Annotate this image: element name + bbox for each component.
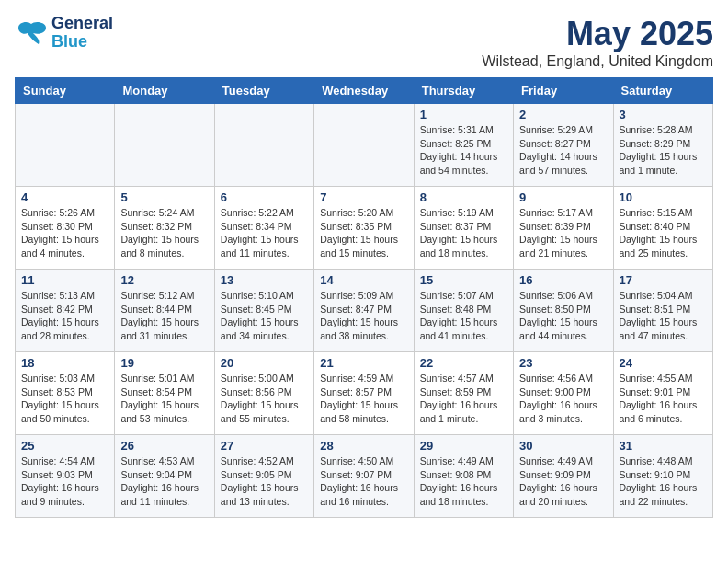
calendar-cell: 21Sunrise: 4:59 AMSunset: 8:57 PMDayligh… (314, 352, 414, 435)
calendar-cell: 4Sunrise: 5:26 AMSunset: 8:30 PMDaylight… (16, 187, 115, 270)
day-info: Sunrise: 4:48 AMSunset: 9:10 PMDaylight:… (620, 454, 707, 509)
day-info: Sunrise: 4:56 AMSunset: 9:00 PMDaylight:… (519, 372, 607, 426)
day-info: Sunrise: 5:31 AMSunset: 8:25 PMDaylight:… (420, 123, 507, 178)
day-number: 1 (420, 108, 507, 121)
calendar-cell: 26Sunrise: 4:53 AMSunset: 9:04 PMDayligh… (115, 435, 214, 518)
calendar-cell: 25Sunrise: 4:54 AMSunset: 9:03 PMDayligh… (16, 435, 115, 518)
logo-text: General Blue (51, 15, 113, 52)
calendar-cell: 3Sunrise: 5:28 AMSunset: 8:29 PMDaylight… (613, 104, 712, 187)
calendar-week-row: 4Sunrise: 5:26 AMSunset: 8:30 PMDaylight… (16, 187, 713, 270)
day-number: 17 (620, 273, 707, 287)
day-number: 3 (620, 108, 707, 121)
weekday-header-sunday: Sunday (16, 78, 115, 104)
day-info: Sunrise: 4:52 AMSunset: 9:05 PMDaylight:… (221, 454, 308, 509)
day-number: 31 (620, 439, 707, 453)
calendar-cell: 20Sunrise: 5:00 AMSunset: 8:56 PMDayligh… (214, 352, 313, 435)
calendar-cell: 1Sunrise: 5:31 AMSunset: 8:25 PMDaylight… (414, 104, 513, 187)
day-number: 13 (221, 273, 308, 287)
calendar-cell: 2Sunrise: 5:29 AMSunset: 8:27 PMDaylight… (514, 104, 613, 187)
day-info: Sunrise: 5:29 AMSunset: 8:27 PMDaylight:… (519, 123, 607, 178)
calendar-cell (314, 104, 414, 187)
day-number: 24 (620, 356, 707, 370)
calendar-cell (16, 104, 115, 187)
calendar-cell: 8Sunrise: 5:19 AMSunset: 8:37 PMDaylight… (414, 187, 513, 270)
day-info: Sunrise: 4:49 AMSunset: 9:09 PMDaylight:… (519, 454, 607, 509)
day-number: 15 (420, 273, 507, 287)
weekday-header-wednesday: Wednesday (314, 78, 414, 104)
calendar-cell: 7Sunrise: 5:20 AMSunset: 8:35 PMDaylight… (314, 187, 414, 270)
day-number: 22 (420, 356, 507, 370)
day-info: Sunrise: 4:57 AMSunset: 8:59 PMDaylight:… (420, 372, 507, 426)
day-info: Sunrise: 5:00 AMSunset: 8:56 PMDaylight:… (221, 372, 308, 426)
calendar-title: May 2025 (482, 15, 713, 53)
calendar-week-row: 11Sunrise: 5:13 AMSunset: 8:42 PMDayligh… (16, 270, 713, 352)
calendar-subtitle: Wilstead, England, United Kingdom (482, 53, 713, 70)
day-info: Sunrise: 5:07 AMSunset: 8:48 PMDaylight:… (420, 289, 507, 343)
day-number: 12 (120, 273, 208, 287)
calendar-cell: 29Sunrise: 4:49 AMSunset: 9:08 PMDayligh… (414, 435, 513, 518)
title-block: May 2025 Wilstead, England, United Kingd… (482, 15, 713, 70)
day-number: 27 (221, 439, 308, 453)
calendar-cell: 11Sunrise: 5:13 AMSunset: 8:42 PMDayligh… (16, 270, 115, 352)
calendar-cell: 17Sunrise: 5:04 AMSunset: 8:51 PMDayligh… (613, 270, 712, 352)
calendar-cell: 6Sunrise: 5:22 AMSunset: 8:34 PMDaylight… (214, 187, 313, 270)
day-number: 28 (320, 439, 407, 453)
calendar-cell: 28Sunrise: 4:50 AMSunset: 9:07 PMDayligh… (314, 435, 414, 518)
day-info: Sunrise: 5:22 AMSunset: 8:34 PMDaylight:… (221, 206, 308, 260)
day-info: Sunrise: 5:03 AMSunset: 8:53 PMDaylight:… (21, 372, 108, 426)
logo-bird-icon (15, 20, 48, 46)
day-number: 25 (21, 439, 108, 453)
day-info: Sunrise: 5:26 AMSunset: 8:30 PMDaylight:… (21, 206, 108, 260)
day-info: Sunrise: 5:06 AMSunset: 8:50 PMDaylight:… (519, 289, 607, 343)
day-number: 6 (221, 190, 308, 204)
calendar-cell: 27Sunrise: 4:52 AMSunset: 9:05 PMDayligh… (214, 435, 313, 518)
calendar-header: SundayMondayTuesdayWednesdayThursdayFrid… (16, 78, 713, 104)
weekday-header-friday: Friday (514, 78, 613, 104)
day-info: Sunrise: 5:13 AMSunset: 8:42 PMDaylight:… (21, 289, 108, 343)
calendar-cell: 18Sunrise: 5:03 AMSunset: 8:53 PMDayligh… (16, 352, 115, 435)
day-number: 20 (221, 356, 308, 370)
weekday-header-monday: Monday (115, 78, 214, 104)
day-number: 8 (420, 190, 507, 204)
day-number: 11 (21, 273, 108, 287)
weekday-header-thursday: Thursday (414, 78, 513, 104)
day-number: 19 (120, 356, 208, 370)
weekday-header-tuesday: Tuesday (214, 78, 313, 104)
calendar-cell: 24Sunrise: 4:55 AMSunset: 9:01 PMDayligh… (613, 352, 712, 435)
calendar-cell: 13Sunrise: 5:10 AMSunset: 8:45 PMDayligh… (214, 270, 313, 352)
calendar-body: 1Sunrise: 5:31 AMSunset: 8:25 PMDaylight… (16, 104, 713, 518)
weekday-header-saturday: Saturday (613, 78, 712, 104)
calendar-cell: 31Sunrise: 4:48 AMSunset: 9:10 PMDayligh… (613, 435, 712, 518)
logo: General Blue (15, 15, 113, 52)
day-number: 18 (21, 356, 108, 370)
calendar-cell: 15Sunrise: 5:07 AMSunset: 8:48 PMDayligh… (414, 270, 513, 352)
weekday-header-row: SundayMondayTuesdayWednesdayThursdayFrid… (16, 78, 713, 104)
day-number: 10 (620, 190, 707, 204)
day-info: Sunrise: 5:24 AMSunset: 8:32 PMDaylight:… (120, 206, 208, 260)
day-number: 5 (120, 190, 208, 204)
calendar-cell: 5Sunrise: 5:24 AMSunset: 8:32 PMDaylight… (115, 187, 214, 270)
day-number: 16 (519, 273, 607, 287)
day-info: Sunrise: 5:15 AMSunset: 8:40 PMDaylight:… (620, 206, 707, 260)
day-number: 9 (519, 190, 607, 204)
calendar-cell: 23Sunrise: 4:56 AMSunset: 9:00 PMDayligh… (514, 352, 613, 435)
day-info: Sunrise: 5:20 AMSunset: 8:35 PMDaylight:… (320, 206, 407, 260)
day-info: Sunrise: 5:01 AMSunset: 8:54 PMDaylight:… (120, 372, 208, 426)
calendar-cell (115, 104, 214, 187)
calendar-table: SundayMondayTuesdayWednesdayThursdayFrid… (15, 77, 713, 518)
calendar-cell: 22Sunrise: 4:57 AMSunset: 8:59 PMDayligh… (414, 352, 513, 435)
calendar-cell: 9Sunrise: 5:17 AMSunset: 8:39 PMDaylight… (514, 187, 613, 270)
calendar-cell: 10Sunrise: 5:15 AMSunset: 8:40 PMDayligh… (613, 187, 712, 270)
day-info: Sunrise: 5:28 AMSunset: 8:29 PMDaylight:… (620, 123, 707, 178)
day-number: 30 (519, 439, 607, 453)
calendar-cell: 30Sunrise: 4:49 AMSunset: 9:09 PMDayligh… (514, 435, 613, 518)
day-info: Sunrise: 4:53 AMSunset: 9:04 PMDaylight:… (120, 454, 208, 509)
day-info: Sunrise: 5:10 AMSunset: 8:45 PMDaylight:… (221, 289, 308, 343)
day-number: 2 (519, 108, 607, 121)
calendar-cell: 14Sunrise: 5:09 AMSunset: 8:47 PMDayligh… (314, 270, 414, 352)
day-number: 7 (320, 190, 407, 204)
day-info: Sunrise: 5:12 AMSunset: 8:44 PMDaylight:… (120, 289, 208, 343)
calendar-week-row: 1Sunrise: 5:31 AMSunset: 8:25 PMDaylight… (16, 104, 713, 187)
page-header: General Blue May 2025 Wilstead, England,… (15, 15, 713, 70)
day-number: 29 (420, 439, 507, 453)
